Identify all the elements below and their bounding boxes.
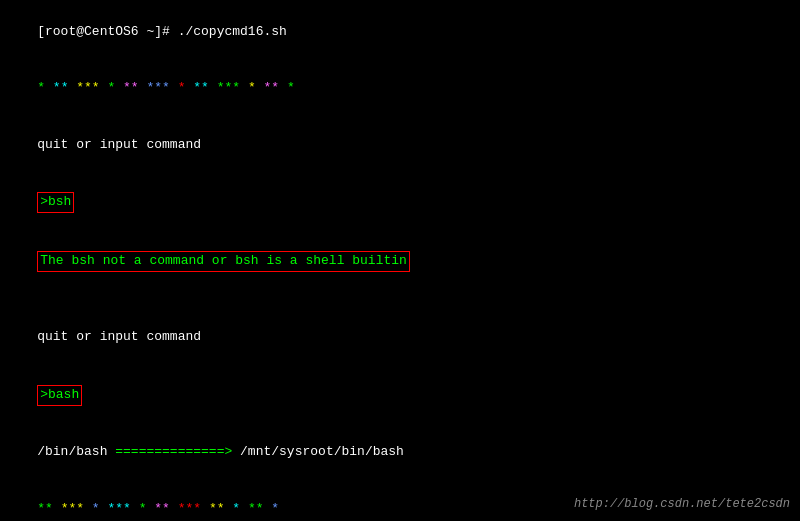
watermark: http://blog.csdn.net/tete2csdn bbox=[574, 497, 790, 511]
prompt-text: [root@CentOS6 ~]# ./copycmd16.sh bbox=[37, 24, 287, 39]
quit-input-1: quit or input command bbox=[6, 117, 794, 174]
bash-prompt: >bash bbox=[37, 385, 82, 406]
blank-1 bbox=[6, 291, 794, 310]
bash-copy-1: /bin/bash ==============> /mnt/sysroot/b… bbox=[6, 425, 794, 482]
prompt-header-line: [root@CentOS6 ~]# ./copycmd16.sh bbox=[6, 4, 794, 61]
terminal-window: [root@CentOS6 ~]# ./copycmd16.sh * ** **… bbox=[0, 0, 800, 521]
bsh-error-message: The bsh not a command or bsh is a shell … bbox=[37, 251, 410, 272]
quit-input-2: quit or input command bbox=[6, 310, 794, 367]
stars-line-1: * ** *** * ** *** * ** *** * ** * bbox=[6, 61, 794, 118]
bsh-prompt: >bsh bbox=[37, 192, 74, 213]
bsh-error-line: The bsh not a command or bsh is a shell … bbox=[6, 232, 794, 291]
bash-input-line: >bash bbox=[6, 366, 794, 425]
bsh-input-line: >bsh bbox=[6, 174, 794, 233]
